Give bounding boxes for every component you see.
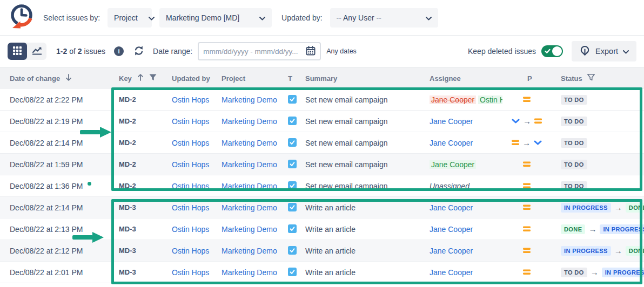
date-range-input[interactable] [203, 47, 303, 56]
cell-project: Marketing Demo [212, 268, 279, 277]
assignee-link[interactable]: Jane Cooper [430, 203, 473, 212]
table-row[interactable]: Dec/08/22 at 2:14 PMMD-2Ostin HopsMarket… [0, 132, 644, 154]
project-link[interactable]: Marketing Demo [222, 182, 277, 190]
keep-deleted-toggle[interactable] [541, 45, 563, 57]
assignee-link[interactable]: Jane Cooper [430, 117, 473, 126]
cell-key: MD-2 [109, 160, 162, 168]
task-type-icon [288, 95, 297, 104]
task-type-icon [288, 203, 297, 211]
chart-view-button[interactable] [27, 43, 46, 60]
date-text: Dec/08/22 at 2:12 PM [10, 247, 83, 255]
project-link[interactable]: Marketing Demo [222, 268, 277, 277]
cell-updated-by: Ostin Hops [162, 95, 212, 104]
updated-by-link[interactable]: Ostin Hops [172, 160, 209, 169]
chevron-down-icon [426, 13, 432, 22]
column-project[interactable]: Project [212, 74, 279, 83]
priority-medium-icon [534, 117, 542, 126]
updated-by-link[interactable]: Ostin Hops [172, 203, 209, 212]
table-row[interactable]: Dec/08/22 at 1:36 PMMD-2Ostin HopsMarket… [0, 175, 644, 197]
cell-project: Marketing Demo [212, 139, 279, 147]
grid-view-button[interactable] [8, 43, 27, 60]
cell-priority: → [502, 117, 551, 126]
cell-issue-type [279, 138, 297, 147]
table-row[interactable]: Dec/08/22 at 2:01 PMMD-3Ostin HopsMarket… [0, 262, 644, 283]
export-button[interactable]: Export [572, 41, 636, 62]
table-row[interactable]: Dec/08/22 at 2:13 PMMD-3Ostin HopsMarket… [0, 218, 644, 240]
cell-status: TO DO [551, 181, 644, 191]
assignee-added: Ostin Hops [478, 95, 502, 104]
priority-medium-icon [523, 268, 531, 277]
priority-medium-icon [523, 203, 531, 212]
column-status[interactable]: Status [551, 74, 644, 83]
select-issues-by-label: Select issues by: [43, 13, 100, 22]
date-text: Dec/08/22 at 2:14 PM [10, 139, 83, 147]
updated-by-link[interactable]: Ostin Hops [172, 268, 209, 277]
cell-priority [502, 203, 551, 212]
select-by-dropdown[interactable]: Project [108, 8, 152, 28]
project-link[interactable]: Marketing Demo [222, 225, 277, 234]
task-type-icon [288, 268, 297, 276]
status-badge: IN PROGRESS [600, 224, 644, 234]
cell-issue-type [279, 268, 297, 277]
updated-by-dropdown[interactable]: -- Any User -- [330, 8, 438, 28]
cell-date-of-change: Dec/08/22 at 2:19 PM [0, 117, 109, 126]
project-link[interactable]: Marketing Demo [222, 160, 277, 169]
cell-assignee: Jane Cooper Ostin Hops [421, 95, 502, 104]
cell-priority [502, 225, 551, 234]
table-row[interactable]: Dec/08/22 at 2:22 PMMD-2Ostin HopsMarket… [0, 89, 644, 111]
table-row[interactable]: Dec/08/22 at 1:59 PMMD-2Ostin HopsMarket… [0, 154, 644, 175]
column-type[interactable]: T [279, 74, 297, 83]
table-row[interactable]: Dec/08/22 at 2:14 PMMD-3Ostin HopsMarket… [0, 197, 644, 218]
project-link[interactable]: Marketing Demo [222, 203, 277, 212]
change-arrow-icon: → [614, 203, 622, 211]
updated-by-link[interactable]: Ostin Hops [172, 117, 209, 126]
project-link[interactable]: Marketing Demo [222, 117, 277, 126]
app-logo-history-clock-icon [8, 2, 36, 33]
status-badge: TO DO [561, 117, 587, 126]
project-link[interactable]: Marketing Demo [222, 95, 277, 104]
cell-updated-by: Ostin Hops [162, 139, 212, 147]
cell-project: Marketing Demo [212, 247, 279, 255]
view-switcher [8, 43, 46, 60]
refresh-button[interactable] [133, 45, 144, 58]
updated-by-link[interactable]: Ostin Hops [172, 182, 209, 190]
project-dropdown[interactable]: Marketing Demo [MD] [159, 8, 272, 28]
filter-icon[interactable] [587, 74, 595, 83]
task-type-icon [288, 224, 297, 233]
priority-medium-icon [512, 139, 519, 147]
cell-assignee: Jane Cooper [421, 117, 502, 126]
column-updated-by[interactable]: Updated by [162, 74, 212, 83]
column-priority[interactable]: P [502, 74, 551, 83]
check-icon [545, 49, 551, 54]
project-link[interactable]: Marketing Demo [222, 139, 277, 147]
cell-summary: Write an article [297, 225, 421, 234]
cell-issue-type [279, 160, 297, 169]
calendar-icon[interactable] [306, 46, 316, 57]
table-row[interactable]: Dec/08/22 at 2:12 PMMD-3Ostin HopsMarket… [0, 240, 644, 262]
cell-updated-by: Ostin Hops [162, 268, 212, 277]
column-assignee[interactable]: Assignee [421, 74, 502, 83]
table-row[interactable]: Dec/08/22 at 2:19 PMMD-2Ostin HopsMarket… [0, 111, 644, 132]
cell-key: MD-2 [109, 117, 162, 125]
assignee-link[interactable]: Jane Cooper [430, 139, 473, 147]
updated-by-link[interactable]: Ostin Hops [172, 95, 209, 104]
assignee-link[interactable]: Jane Cooper [430, 225, 473, 234]
cell-issue-type [279, 117, 297, 126]
column-key[interactable]: Key [109, 73, 162, 83]
column-summary[interactable]: Summary [297, 74, 421, 83]
column-date-of-change[interactable]: Date of change [0, 73, 109, 83]
info-icon[interactable]: i [114, 46, 124, 56]
status-badge: IN PROGRESS [602, 268, 644, 277]
assignee-link[interactable]: Jane Cooper [430, 247, 473, 255]
project-link[interactable]: Marketing Demo [222, 247, 277, 255]
cell-issue-type [279, 246, 297, 255]
filter-active-icon[interactable] [149, 74, 157, 83]
updated-by-link[interactable]: Ostin Hops [172, 139, 209, 147]
updated-by-link[interactable]: Ostin Hops [172, 247, 209, 255]
date-text: Dec/08/22 at 1:59 PM [10, 160, 83, 169]
status-badge: DONE [561, 224, 585, 234]
status-badge: TO DO [561, 160, 587, 169]
updated-by-link[interactable]: Ostin Hops [172, 225, 209, 234]
assignee-link[interactable]: Jane Cooper [430, 268, 473, 277]
date-text: Dec/08/22 at 2:14 PM [10, 203, 83, 212]
